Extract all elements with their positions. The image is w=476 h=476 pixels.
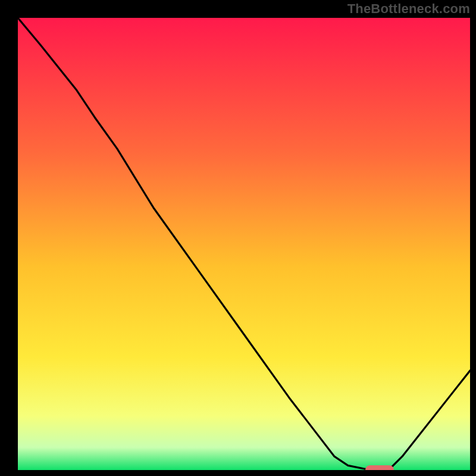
chart-frame: TheBottleneck.com: [0, 0, 476, 476]
heat-background: [18, 18, 470, 470]
bottleneck-chart: [18, 18, 470, 470]
watermark-label: TheBottleneck.com: [347, 1, 470, 17]
optimal-marker: [365, 465, 394, 470]
plot-area: [18, 18, 470, 470]
